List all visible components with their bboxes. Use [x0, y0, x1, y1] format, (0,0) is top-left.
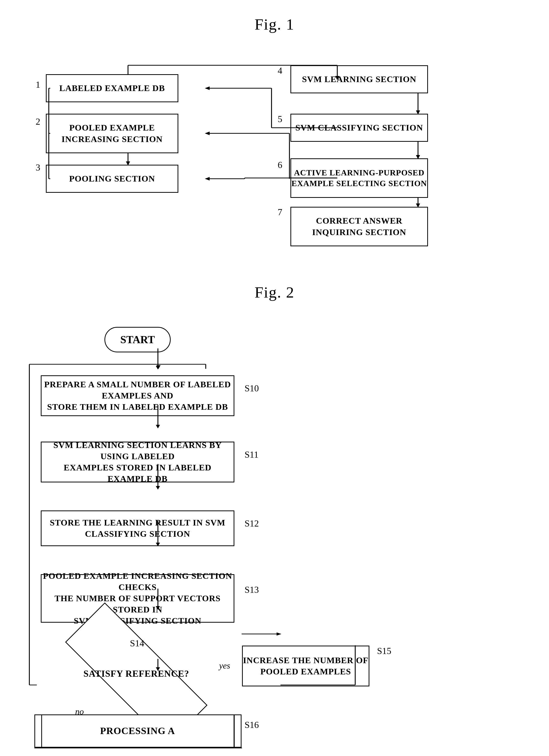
active-learn-box: ACTIVE LEARNING-PURPOSEDEXAMPLE SELECTIN… [290, 158, 428, 198]
s13-label: S13 [245, 584, 259, 595]
s14-diamond: SATISFY REFERENCE? [64, 646, 209, 702]
svg-marker-39 [156, 486, 160, 490]
correct-answer-box: CORRECT ANSWERINQUIRING SECTION [290, 207, 428, 246]
s10-label: S10 [245, 383, 259, 394]
s16-right-bracket [234, 714, 242, 748]
yes-label: yes [219, 661, 230, 671]
s13-box: POOLED EXAMPLE INCREASING SECTION CHECKS… [41, 574, 235, 623]
fig2-diagram: START PREPARE A SMALL NUMBER OF LABELED … [20, 317, 529, 725]
start-oval: START [105, 327, 171, 352]
ref-7: 7 [278, 207, 282, 217]
s12-label: S12 [245, 518, 259, 529]
fig1-diagram: 1 2 3 4 5 6 7 LABELED EXAMPLE DB POOLED … [20, 49, 529, 258]
ref-2: 2 [36, 116, 40, 127]
s11-label: S11 [245, 449, 259, 460]
fig2-title: Fig. 2 [20, 283, 529, 301]
fig1-title: Fig. 1 [20, 15, 529, 33]
pooling-box: POOLING SECTION [46, 165, 178, 193]
svg-marker-18 [205, 132, 210, 135]
page: Fig. 1 1 2 3 4 5 6 7 LABELED EXAMPLE DB … [0, 0, 549, 756]
s16-left-bracket [34, 714, 42, 748]
s11-box: SVM LEARNING SECTION LEARNS BY USING LAB… [41, 442, 235, 482]
svg-marker-45 [277, 632, 281, 635]
svg-marker-14 [205, 86, 210, 90]
s10-box: PREPARE A SMALL NUMBER OF LABELED EXAMPL… [41, 375, 235, 416]
svm-learn-box: SVM LEARNING SECTION [290, 65, 428, 93]
ref-5: 5 [278, 114, 282, 124]
s16-box: PROCESSING A [41, 714, 235, 748]
s14-text: SATISFY REFERENCE? [64, 646, 209, 702]
ref-1: 1 [36, 79, 40, 90]
ref-6: 6 [278, 160, 282, 170]
svg-marker-35 [157, 365, 161, 369]
labeled-db-box: LABELED EXAMPLE DB [46, 74, 178, 102]
s16-bottom-border [34, 748, 242, 748]
svm-classify-box: SVM CLASSIFYING SECTION [290, 114, 428, 142]
svg-marker-24 [205, 177, 210, 181]
svg-marker-37 [156, 425, 160, 428]
ref-3: 3 [36, 162, 40, 173]
s14-label: S14 [130, 638, 144, 649]
s16-label: S16 [245, 720, 259, 730]
s12-box: STORE THE LEARNING RESULT IN SVMCLASSIFY… [41, 510, 235, 546]
ref-4: 4 [278, 65, 282, 76]
pooled-inc-box: POOLED EXAMPLEINCREASING SECTION [46, 114, 178, 153]
s15-label: S15 [377, 646, 391, 656]
s15-box: INCREASE THE NUMBER OFPOOLED EXAMPLES [242, 646, 369, 686]
svg-marker-32 [156, 366, 160, 369]
